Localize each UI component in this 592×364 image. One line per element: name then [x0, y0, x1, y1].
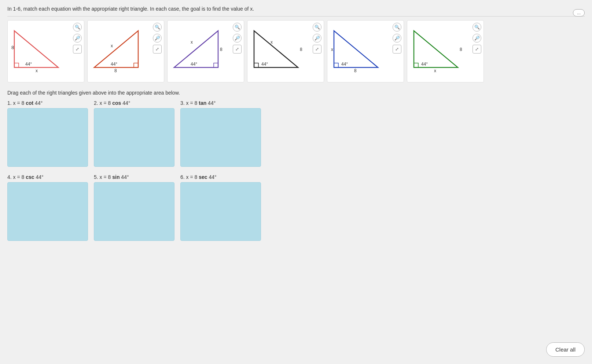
equation-label-4: 4. x = 8 csc 44° [7, 174, 88, 180]
drop-zone-2[interactable] [94, 108, 174, 167]
expand-icon-3[interactable]: ⤢ [233, 45, 242, 54]
eq-text-3b: 44° [206, 100, 216, 106]
drop-zone-5[interactable] [94, 182, 174, 241]
eq-text-4a: x = 8 [13, 174, 26, 180]
eq-text-6b: 44° [207, 174, 217, 180]
triangle-1-icons: 🔍 🔎 ⤢ [73, 23, 82, 54]
triangle-svg-2: x 44° 8 [91, 23, 149, 75]
eq-num-5: 5. [94, 174, 100, 180]
eq-text-4b: 44° [34, 174, 44, 180]
zoom-in-icon-1[interactable]: 🔍 [73, 23, 82, 32]
svg-text:8: 8 [354, 68, 357, 73]
triangle-card-1[interactable]: 8 44° x 🔍 🔎 ⤢ [7, 20, 84, 82]
eq-bold-4: csc [26, 174, 34, 180]
expand-icon-1[interactable]: ⤢ [73, 45, 82, 54]
zoom-out-icon-3[interactable]: 🔎 [233, 34, 242, 43]
svg-text:x: x [271, 40, 273, 45]
triangle-svg-3: x 44° 8 [170, 23, 229, 75]
eq-text-2b: 44° [121, 100, 130, 106]
triangle-svg-5: x 44° 8 [330, 23, 389, 75]
svg-text:8: 8 [11, 45, 14, 50]
drop-zone-6[interactable] [180, 182, 261, 241]
triangle-svg-6: 8 44° x [410, 23, 469, 75]
triangle-2-icons: 🔍 🔎 ⤢ [153, 23, 162, 54]
equations-row-1: 1. x = 8 cot 44° 2. x = 8 cos 44° 3. x =… [7, 100, 585, 167]
svg-rect-6 [134, 63, 138, 67]
drop-zone-4[interactable] [7, 182, 88, 241]
triangle-svg-1: 8 44° x [11, 23, 69, 75]
triangle-svg-4: x 44° 8 [250, 23, 309, 75]
svg-text:44°: 44° [25, 62, 32, 67]
eq-text-1a: x = 8 [13, 100, 26, 106]
zoom-in-icon-5[interactable]: 🔍 [393, 23, 401, 32]
svg-rect-21 [334, 63, 338, 67]
eq-bold-2: cos [112, 100, 121, 106]
section-divider [7, 16, 585, 16]
equation-label-5: 5. x = 8 sin 44° [94, 174, 174, 180]
eq-bold-3: tan [199, 100, 206, 106]
more-button[interactable]: ... [573, 9, 585, 16]
triangle-card-2[interactable]: x 44° 8 🔍 🔎 ⤢ [87, 20, 164, 82]
equation-label-6: 6. x = 8 sec 44° [180, 174, 261, 180]
svg-rect-16 [254, 63, 258, 67]
eq-text-6a: x = 8 [186, 174, 199, 180]
instruction-text: In 1-6, match each equation with the app… [7, 6, 585, 12]
triangle-6-icons: 🔍 🔎 ⤢ [473, 23, 481, 54]
drag-instruction: Drag each of the right triangles given a… [7, 90, 585, 96]
svg-text:8: 8 [220, 47, 223, 52]
eq-text-5a: x = 8 [100, 174, 113, 180]
zoom-in-icon-2[interactable]: 🔍 [153, 23, 162, 32]
drop-zone-3[interactable] [180, 108, 261, 167]
triangle-card-3[interactable]: x 44° 8 🔍 🔎 ⤢ [167, 20, 244, 82]
expand-icon-6[interactable]: ⤢ [473, 45, 481, 54]
eq-bold-5: sin [112, 174, 119, 180]
equation-block-6: 6. x = 8 sec 44° [180, 174, 261, 241]
svg-text:44°: 44° [341, 62, 348, 67]
eq-bold-6: sec [199, 174, 207, 180]
svg-marker-20 [334, 31, 378, 67]
zoom-out-icon-6[interactable]: 🔎 [473, 34, 481, 43]
triangle-card-5[interactable]: x 44° 8 🔍 🔎 ⤢ [327, 20, 404, 82]
svg-text:x: x [191, 40, 193, 45]
equations-section: 1. x = 8 cot 44° 2. x = 8 cos 44° 3. x =… [7, 100, 585, 241]
eq-num-3: 3. [180, 100, 186, 106]
equation-label-1: 1. x = 8 cot 44° [7, 100, 88, 106]
svg-rect-11 [214, 63, 218, 67]
svg-rect-1 [14, 63, 19, 67]
svg-text:8: 8 [460, 47, 462, 52]
svg-text:x: x [36, 68, 38, 73]
svg-text:x: x [331, 47, 333, 52]
equations-row-2: 4. x = 8 csc 44° 5. x = 8 sin 44° 6. x =… [7, 174, 585, 241]
zoom-out-icon-5[interactable]: 🔎 [393, 34, 401, 43]
eq-num-1: 1. [7, 100, 13, 106]
equation-block-1: 1. x = 8 cot 44° [7, 100, 88, 167]
equation-label-3: 3. x = 8 tan 44° [180, 100, 261, 106]
equation-block-4: 4. x = 8 csc 44° [7, 174, 88, 241]
expand-icon-2[interactable]: ⤢ [153, 45, 162, 54]
zoom-in-icon-3[interactable]: 🔍 [233, 23, 242, 32]
expand-icon-5[interactable]: ⤢ [393, 45, 401, 54]
zoom-out-icon-4[interactable]: 🔎 [313, 34, 321, 43]
svg-rect-26 [414, 63, 418, 67]
svg-text:x: x [111, 43, 113, 48]
zoom-out-icon-1[interactable]: 🔎 [73, 34, 82, 43]
zoom-in-icon-6[interactable]: 🔍 [473, 23, 481, 32]
triangle-card-4[interactable]: x 44° 8 🔍 🔎 ⤢ [247, 20, 324, 82]
triangle-3-icons: 🔍 🔎 ⤢ [233, 23, 242, 54]
zoom-out-icon-2[interactable]: 🔎 [153, 34, 162, 43]
expand-icon-4[interactable]: ⤢ [313, 45, 321, 54]
svg-text:44°: 44° [261, 62, 268, 67]
eq-num-6: 6. [180, 174, 186, 180]
svg-marker-0 [14, 31, 58, 67]
eq-bold-1: cot [26, 100, 33, 106]
zoom-in-icon-4[interactable]: 🔍 [313, 23, 321, 32]
clear-all-button[interactable]: Clear all [546, 342, 585, 357]
svg-text:8: 8 [114, 68, 117, 73]
svg-marker-25 [414, 31, 458, 67]
triangle-card-6[interactable]: 8 44° x 🔍 🔎 ⤢ [407, 20, 484, 82]
eq-text-3a: x = 8 [186, 100, 199, 106]
equation-block-2: 2. x = 8 cos 44° [94, 100, 174, 167]
equation-label-2: 2. x = 8 cos 44° [94, 100, 174, 106]
triangle-4-icons: 🔍 🔎 ⤢ [313, 23, 321, 54]
drop-zone-1[interactable] [7, 108, 88, 167]
